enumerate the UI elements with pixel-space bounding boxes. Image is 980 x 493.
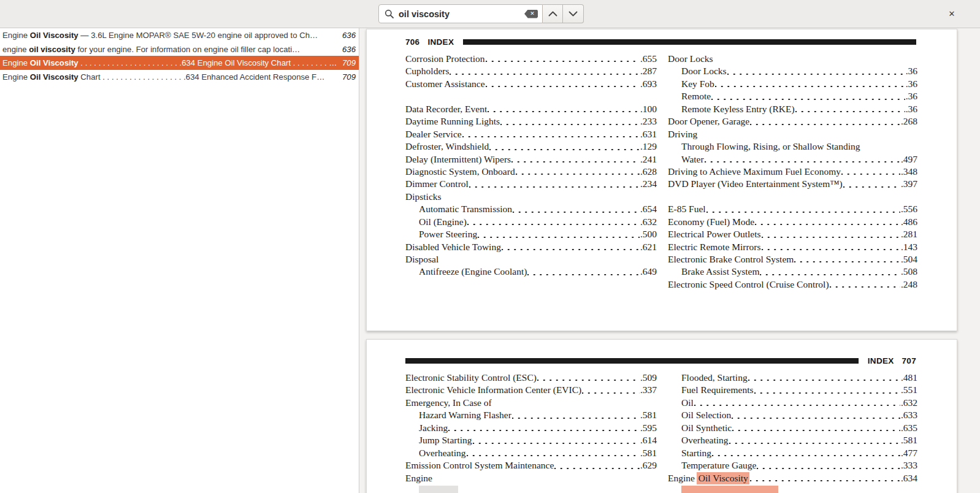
- index-entry: Engine Oil Viscosity.634: [668, 472, 917, 484]
- index-page-number: .143: [901, 241, 917, 253]
- index-entry: Starting.477: [668, 447, 917, 459]
- dot-leader: [554, 464, 639, 472]
- index-entry: Disabled Vehicle Towing.621: [405, 241, 657, 253]
- dot-leader: [715, 82, 905, 90]
- dot-leader: [732, 413, 900, 422]
- index-entry: Temperature Gauge.333: [668, 459, 917, 472]
- index-page-number: .36: [906, 78, 917, 90]
- dot-leader: [755, 220, 900, 228]
- page-number: 707: [902, 356, 916, 365]
- result-text: Engine Oil Viscosity — 3.6L Engine MOPAR…: [2, 31, 337, 40]
- index-entry: Antifreeze (Engine Coolant).649: [405, 266, 657, 278]
- index-page-number: .129: [640, 140, 657, 153]
- index-entry-label: Electrical Power Outlets: [668, 228, 761, 240]
- index-page-number: .621: [640, 241, 657, 253]
- index-entry-label: Jump Starting: [419, 434, 472, 446]
- index-entry-label: Disposal: [405, 253, 438, 266]
- find-previous-button[interactable]: [543, 4, 563, 23]
- index-entry: Dimmer Control.234: [405, 178, 657, 190]
- index-column-left: Corrosion Protection.655Cupholders.287Cu…: [405, 53, 657, 291]
- index-entry: Overheating.581: [405, 447, 657, 459]
- search-input[interactable]: [399, 9, 520, 19]
- dot-leader: [448, 426, 640, 434]
- index-columns: Corrosion Protection.655Cupholders.287Cu…: [405, 53, 916, 291]
- index-entry-label: Defroster, Windshield: [405, 140, 489, 153]
- index-page-number: .509: [640, 372, 657, 384]
- result-page-number: 709: [342, 58, 356, 67]
- search-result-row[interactable]: Engine Oil Viscosity — 3.6L Engine MOPAR…: [0, 28, 359, 42]
- index-entry-label: Remote Keyless Entry (RKE): [681, 103, 795, 115]
- index-entry: Emission Control System Maintenance.629: [405, 459, 657, 472]
- index-entry-label: Daytime Running Lights: [405, 115, 500, 128]
- index-page-number: .551: [901, 384, 917, 396]
- dot-leader: [750, 476, 900, 484]
- index-entry: Electronic Brake Control System.504: [668, 253, 917, 266]
- dot-leader: [502, 245, 640, 253]
- index-entry: Driving: [668, 128, 917, 140]
- index-entry-label: Electric Remote Mirrors: [668, 241, 761, 253]
- index-page-number: .397: [901, 178, 917, 190]
- result-text: Engine Oil Viscosity Chart . . . . . . .…: [2, 72, 337, 82]
- search-icon: [385, 9, 394, 19]
- index-entry: DVD Player (Video Entertainment System™)…: [668, 178, 917, 190]
- index-column-left: Electronic Stability Control (ESC).509El…: [405, 372, 657, 493]
- index-entry-label: Oil Synthetic: [681, 422, 732, 434]
- clear-search-icon[interactable]: ✕: [524, 10, 538, 18]
- dot-leader: [841, 169, 900, 178]
- search-entry[interactable]: ✕: [378, 4, 543, 23]
- search-result-row[interactable]: Engine Oil Viscosity Chart . . . . . . .…: [0, 70, 359, 84]
- index-entry-label: Power Steering: [419, 228, 477, 240]
- index-entry-label: Remote: [681, 90, 711, 102]
- dot-leader: [748, 375, 900, 384]
- index-entry-label: Data Recorder, Event: [405, 103, 487, 115]
- index-entry: Electric Remote Mirrors.143: [668, 241, 917, 253]
- close-findbar-button[interactable]: ✕: [946, 7, 958, 20]
- index-entry-label: Oil: [681, 397, 694, 409]
- index-entry: Oil Synthetic.635: [668, 422, 917, 434]
- index-entry: Door Locks.36: [668, 65, 917, 77]
- index-entry-label: Economy (Fuel) Mode: [668, 216, 754, 228]
- search-results-panel: Engine Oil Viscosity — 3.6L Engine MOPAR…: [0, 28, 359, 493]
- index-page-number: .629: [640, 459, 657, 472]
- dot-leader: [757, 464, 900, 472]
- index-entry: E-85 Fuel.556: [668, 203, 917, 215]
- index-spacer: [668, 191, 917, 203]
- index-page-number: .614: [640, 434, 657, 446]
- index-entry: Electronic Vehicle Information Center (E…: [405, 384, 657, 396]
- dot-leader: [795, 107, 905, 115]
- dot-leader: [486, 82, 640, 90]
- index-entry-label: Electronic Stability Control (ESC): [405, 372, 537, 384]
- index-entry-label: Driving to Achieve Maximum Fuel Economy: [668, 166, 841, 178]
- index-entry: Oil (Engine).632: [405, 216, 657, 228]
- dot-leader: [462, 132, 640, 140]
- document-view[interactable]: 706 INDEX Corrosion Protection.655Cuphol…: [359, 28, 980, 493]
- index-entry-label: Engine: [405, 472, 432, 484]
- dot-leader: [527, 270, 639, 278]
- index-page-number: .631: [640, 128, 657, 140]
- index-entry-label: Delay (Intermittent) Wipers: [405, 153, 511, 166]
- index-entry: Daytime Running Lights.233: [405, 115, 657, 128]
- search-result-row[interactable]: engine oil viscosity for your engine. Fo…: [0, 42, 359, 56]
- dot-leader: [489, 145, 640, 153]
- index-entry: Defroster, Windshield.129: [405, 140, 657, 153]
- index-page-number: .581: [640, 409, 657, 421]
- search-result-row[interactable]: Engine Oil Viscosity . . . . . . . . . .…: [0, 56, 359, 70]
- search-results-list: Engine Oil Viscosity — 3.6L Engine MOPAR…: [0, 28, 359, 84]
- index-entry: Water.497: [668, 153, 917, 166]
- index-entry: Dealer Service.631: [405, 128, 657, 140]
- index-spacer: [405, 90, 657, 102]
- index-entry: Key Fob.36: [668, 78, 917, 90]
- index-page-number: .497: [901, 153, 917, 166]
- index-entry-label: Temperature Gauge: [681, 459, 756, 472]
- dot-leader: [469, 182, 640, 191]
- index-page-number: .233: [640, 115, 657, 128]
- index-page-number: .333: [901, 459, 917, 472]
- index-entry: Engine: [405, 472, 657, 484]
- find-next-button[interactable]: [563, 4, 584, 23]
- index-page-number: .581: [640, 447, 657, 459]
- index-entry-label: Oil (Engine): [419, 216, 467, 228]
- dot-leader: [750, 120, 900, 128]
- result-page-number: 709: [342, 72, 356, 82]
- search-group: ✕: [378, 4, 584, 23]
- index-page-number: .234: [640, 178, 657, 190]
